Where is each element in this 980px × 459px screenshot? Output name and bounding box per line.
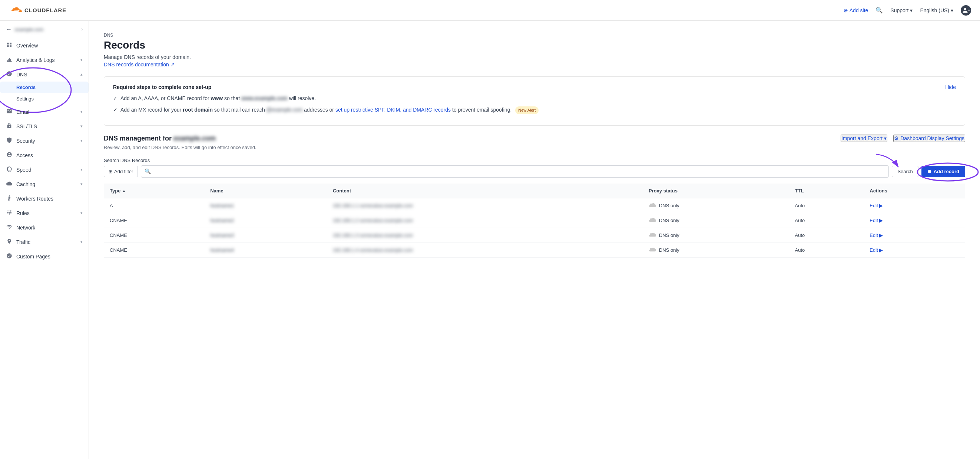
caching-icon [6,180,13,188]
sidebar-item-label: Speed [16,167,77,173]
sidebar-sub-label: Records [16,84,36,90]
import-export-button[interactable]: Import and Export ▾ [841,135,887,142]
col-type[interactable]: Type ▲ [104,183,204,198]
spf-dkim-link[interactable]: set up restrictive SPF, DKIM, and DMARC … [336,107,451,113]
cell-type: A [104,198,204,213]
dns-mgmt-header: DNS management for example.com Import an… [104,135,965,142]
alert-box: Required steps to complete zone set-up H… [104,76,965,126]
page-title: Records [104,39,965,51]
domain-name: example.com [15,27,78,32]
table-row: CNAME hostname2 192.168.1.2 somevalue.ex… [104,213,965,228]
sidebar-item-label: Caching [16,181,77,187]
sidebar-item-dns[interactable]: DNS ▴ [0,67,89,81]
col-ttl: TTL [789,183,864,198]
cell-actions[interactable]: Edit ▶ [864,228,965,242]
cell-actions[interactable]: Edit ▶ [864,213,965,228]
sidebar-item-label: Workers Routes [16,196,83,202]
add-site-button[interactable]: ⊕ Add site [843,7,869,13]
sidebar-item-ssl[interactable]: SSL/TLS ▾ [0,119,89,134]
user-avatar[interactable]: ▾ [961,5,971,16]
table-header-row: Type ▲ Name Content Proxy status TTL Act… [104,183,965,198]
display-settings-button[interactable]: ⚙ Dashboard Display Settings [893,135,965,142]
sidebar-item-caching[interactable]: Caching ▾ [0,177,89,191]
sidebar-item-email[interactable]: Email ▾ [0,105,89,119]
search-icon[interactable]: 🔍 [875,7,883,14]
add-filter-button[interactable]: ⊞ Add filter [104,166,138,177]
cell-content: 192.168.1.1 somevalue.example.com [327,198,643,213]
cell-content: 192.168.1.2 somevalue.example.com [327,213,643,228]
filter-icon: ⊞ [108,169,113,174]
sidebar-item-rules[interactable]: Rules ▾ [0,206,89,220]
rules-icon [6,209,13,217]
external-link-icon: ↗ [170,62,175,67]
breadcrumb: DNS [104,33,965,38]
sidebar-item-traffic[interactable]: Traffic ▾ [0,235,89,249]
cloud-icon [649,218,657,223]
edit-button[interactable]: Edit ▶ [870,233,959,238]
chevron-down-icon: ▾ [80,182,83,186]
cell-type: CNAME [104,228,204,242]
col-content: Content [327,183,643,198]
sidebar-sub-item-settings[interactable]: Settings [0,93,89,105]
sidebar-item-speed[interactable]: Speed ▾ [0,163,89,177]
cell-actions[interactable]: Edit ▶ [864,198,965,213]
cloudflare-logo[interactable]: CLOUDFLARE [9,6,66,14]
table-row: CNAME hostname4 192.168.1.4 somevalue.ex… [104,242,965,257]
cell-name: hostname4 [204,242,327,257]
sidebar-item-label: SSL/TLS [16,123,77,129]
chevron-down-icon: ▾ [910,7,913,13]
sidebar-item-network[interactable]: Network [0,220,89,235]
chevron-down-icon: ▾ [80,138,83,143]
search-controls: ⊞ Add filter 🔍 Search [104,165,965,178]
edit-button[interactable]: Edit ▶ [870,203,959,208]
sidebar-item-overview[interactable]: Overview [0,38,89,53]
alert-title: Required steps to complete zone set-up [113,84,211,90]
cell-proxy-status: DNS only [643,228,789,242]
back-button[interactable]: ← [6,26,12,33]
edit-button[interactable]: Edit ▶ [870,218,959,223]
chevron-down-icon: ▾ [80,167,83,172]
sidebar-item-label: Rules [16,210,77,216]
cell-name: hostname3 [204,228,327,242]
sidebar-sub-label: Settings [16,96,34,102]
search-input[interactable] [141,165,889,178]
grid-icon [6,42,13,49]
sidebar-item-workers[interactable]: Workers Routes [0,191,89,206]
cell-ttl: Auto [789,228,864,242]
table-row: CNAME hostname3 192.168.1.3 somevalue.ex… [104,228,965,242]
chevron-up-icon: ▴ [80,72,83,77]
main-layout: ← example.com › Overview Analytics & Log… [0,21,980,459]
chevron-down-icon: ▾ [884,135,886,141]
sidebar-item-label: Access [16,152,83,158]
chevron-right-icon: › [81,27,83,32]
support-button[interactable]: Support ▾ [890,7,913,13]
hide-button[interactable]: Hide [945,84,956,90]
chevron-down-icon: ▾ [968,8,970,12]
sidebar-item-analytics[interactable]: Analytics & Logs ▾ [0,53,89,67]
cell-actions[interactable]: Edit ▶ [864,242,965,257]
domain-row[interactable]: ← example.com › [0,21,89,38]
sidebar-item-security[interactable]: Security ▾ [0,134,89,148]
cell-proxy-status: DNS only [643,242,789,257]
cell-ttl: Auto [789,198,864,213]
chevron-down-icon: ▾ [80,210,83,215]
language-button[interactable]: English (US) ▾ [920,7,953,13]
sidebar-item-label: Traffic [16,239,77,245]
lock-icon [6,123,13,130]
sidebar-item-label: Overview [16,43,83,49]
new-alert-badge: New Alert [515,107,539,114]
search-button[interactable]: Search [892,166,918,177]
edit-button[interactable]: Edit ▶ [870,247,959,253]
cell-content: 192.168.1.4 somevalue.example.com [327,242,643,257]
sidebar-item-label: Network [16,225,83,231]
sidebar-item-custom-pages[interactable]: Custom Pages [0,249,89,264]
doc-link[interactable]: DNS records documentation ↗ [104,62,175,67]
sidebar-item-access[interactable]: Access [0,148,89,163]
cloud-icon [649,233,657,237]
chevron-down-icon: ▾ [951,7,953,13]
sidebar-sub-item-records[interactable]: Records [0,81,89,93]
access-icon [6,151,13,159]
topnav-right: ⊕ Add site 🔍 Support ▾ English (US) ▾ ▾ [843,5,971,16]
add-record-button[interactable]: ⊕ Add record [921,166,965,177]
workers-icon [6,195,13,202]
